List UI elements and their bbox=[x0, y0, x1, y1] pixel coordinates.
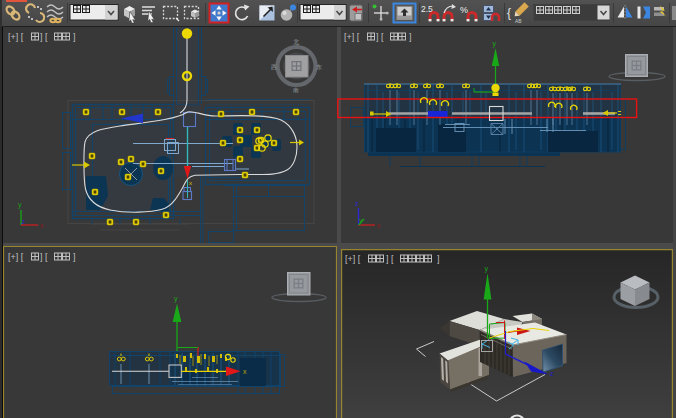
svg-text:x: x bbox=[40, 222, 44, 229]
svg-text:]: ] bbox=[73, 252, 76, 262]
svg-text:] [: ] [ bbox=[40, 32, 48, 42]
svg-text:[+] [: [+] [ bbox=[345, 254, 361, 264]
svg-text:z: z bbox=[550, 370, 554, 377]
svg-text:%: % bbox=[460, 5, 468, 15]
svg-text:]: ] bbox=[73, 32, 76, 42]
svg-text:y: y bbox=[493, 40, 497, 48]
svg-text:y: y bbox=[359, 217, 363, 225]
svg-text:南: 南 bbox=[293, 87, 299, 93]
svg-text:北: 北 bbox=[293, 38, 299, 46]
svg-text:东: 东 bbox=[316, 63, 322, 70]
svg-text:z: z bbox=[355, 200, 359, 207]
svg-text:[+] [: [+] [ bbox=[344, 32, 360, 42]
svg-text:西: 西 bbox=[271, 64, 277, 71]
svg-text:] [: ] [ bbox=[376, 32, 384, 42]
svg-text:y: y bbox=[174, 295, 178, 303]
svg-text:] [: ] [ bbox=[40, 252, 48, 262]
svg-text:]: ] bbox=[409, 32, 412, 42]
svg-text:x: x bbox=[189, 180, 192, 186]
svg-text:[+] [: [+] [ bbox=[8, 32, 24, 42]
svg-text:{: { bbox=[507, 6, 511, 20]
svg-text:]: ] bbox=[437, 254, 440, 264]
svg-text:[+] [: [+] [ bbox=[8, 252, 24, 262]
svg-text:AB: AB bbox=[515, 18, 522, 24]
svg-text:y: y bbox=[485, 265, 489, 273]
svg-text:x: x bbox=[243, 368, 247, 375]
svg-text:y: y bbox=[18, 201, 22, 209]
svg-text:x: x bbox=[377, 222, 381, 229]
svg-text:] [: ] [ bbox=[386, 254, 394, 264]
svg-text:z: z bbox=[22, 218, 26, 225]
